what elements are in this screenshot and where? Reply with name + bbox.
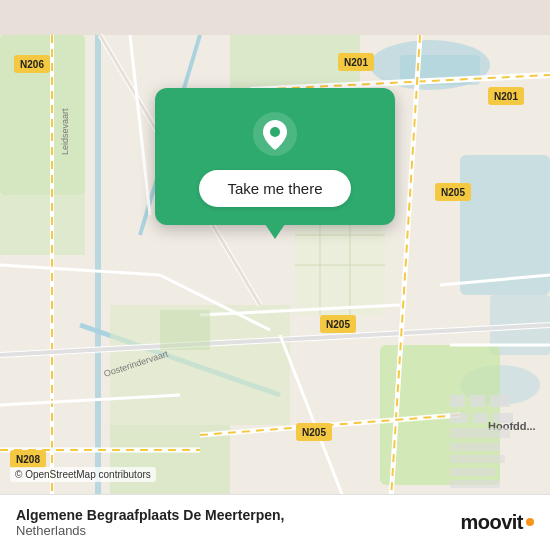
- svg-text:N208: N208: [16, 454, 40, 465]
- svg-text:Leidsevaart: Leidsevaart: [60, 108, 70, 155]
- svg-text:N205: N205: [441, 187, 465, 198]
- svg-rect-69: [450, 443, 500, 451]
- svg-rect-10: [0, 195, 85, 255]
- svg-rect-5: [460, 155, 550, 295]
- map-attribution: © OpenStreetMap contributors: [10, 467, 156, 482]
- svg-text:N201: N201: [494, 91, 518, 102]
- popup-card: Take me there: [155, 88, 395, 225]
- svg-text:N201: N201: [344, 57, 368, 68]
- svg-rect-66: [473, 413, 488, 423]
- svg-point-75: [270, 127, 280, 137]
- take-me-there-button[interactable]: Take me there: [199, 170, 350, 207]
- svg-text:N205: N205: [302, 427, 326, 438]
- svg-rect-71: [450, 468, 495, 476]
- place-name: Algemene Begraafplaats De Meerterpen,: [16, 507, 460, 523]
- svg-rect-62: [450, 395, 465, 407]
- svg-rect-65: [450, 413, 468, 423]
- moovit-dot: [526, 518, 534, 526]
- svg-rect-72: [450, 480, 500, 488]
- svg-rect-68: [450, 428, 510, 438]
- place-info: Algemene Begraafplaats De Meerterpen, Ne…: [16, 507, 460, 538]
- svg-text:N206: N206: [20, 59, 44, 70]
- svg-rect-1: [95, 35, 101, 515]
- svg-text:N205: N205: [326, 319, 350, 330]
- svg-rect-64: [490, 395, 510, 407]
- svg-rect-73: [160, 310, 210, 350]
- location-pin-icon: [253, 112, 297, 156]
- moovit-brand-text: moovit: [460, 511, 523, 534]
- svg-rect-63: [470, 395, 485, 407]
- bottom-bar: Algemene Begraafplaats De Meerterpen, Ne…: [0, 494, 550, 550]
- place-country: Netherlands: [16, 523, 460, 538]
- svg-rect-67: [493, 413, 513, 423]
- moovit-logo: moovit: [460, 511, 534, 534]
- svg-rect-70: [450, 455, 505, 463]
- map-container: N206 N201 N201 N205 N205 N205 N208 Ooste…: [0, 0, 550, 550]
